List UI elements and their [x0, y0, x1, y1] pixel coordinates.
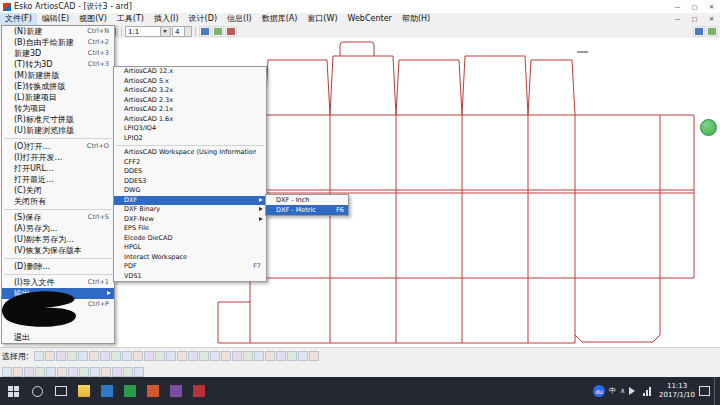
file-menu-item[interactable]: 打开最近... [2, 174, 114, 185]
hidden-icons-chevron[interactable]: ∧ [620, 387, 625, 395]
tool-palette-icon[interactable] [46, 367, 56, 377]
tool-palette-icon[interactable] [89, 351, 99, 361]
dxf-menu-item[interactable]: DXF - Inch [266, 195, 348, 205]
tool-palette-icon[interactable] [221, 351, 231, 361]
menubar-item[interactable]: 信息(I) [222, 13, 257, 25]
file-menu-item[interactable]: 新建3D Ctrl+3 [2, 48, 114, 59]
tool-palette-icon[interactable] [67, 351, 77, 361]
menubar-item[interactable]: 设计(D) [184, 13, 222, 25]
export-menu-item[interactable]: DDES [114, 167, 266, 177]
file-menu-item[interactable]: (L)新建项目 [2, 92, 114, 103]
file-menu-item[interactable]: (I)打开开发... [2, 152, 114, 163]
step-spinner[interactable]: 4 [172, 26, 192, 37]
tool-palette-icon[interactable] [155, 351, 165, 361]
tool-palette-icon[interactable] [265, 351, 275, 361]
task-view-icon[interactable] [49, 377, 72, 405]
tool-palette-icon[interactable] [111, 351, 121, 361]
tool-palette-icon[interactable] [101, 367, 111, 377]
file-menu-item[interactable]: (U)副本另存为... [2, 234, 114, 245]
menubar-item[interactable]: 编辑(E) [37, 13, 74, 25]
maximize-button[interactable]: □ [686, 0, 703, 13]
show-desktop-button[interactable] [714, 377, 719, 405]
export-menu-item[interactable]: DDES3 [114, 177, 266, 187]
menubar-item[interactable]: 文件(F) [0, 13, 37, 25]
export-menu-item[interactable]: Elcede DieCAD [114, 234, 266, 244]
export-menu-item[interactable]: ArtiosCAD 2.1x [114, 105, 266, 115]
layers-icon[interactable] [693, 26, 705, 37]
file-menu-item[interactable]: 打开URL... [2, 163, 114, 174]
export-menu-item[interactable]: DXF [114, 196, 266, 206]
export-menu-item[interactable]: ArtiosCAD 1.6x [114, 115, 266, 125]
properties-icon[interactable] [706, 26, 718, 37]
file-menu-item[interactable]: (D)删除... [2, 261, 114, 272]
tool-palette-icon[interactable] [309, 351, 319, 361]
export-menu-item[interactable]: DXF Binary [114, 205, 266, 215]
spinner-arrows-icon[interactable] [184, 27, 191, 36]
tool-palette-icon[interactable] [133, 351, 143, 361]
menubar-item[interactable]: 窗口(W) [302, 13, 342, 25]
taskbar-clock[interactable]: 11:13 2017/1/10 [659, 382, 695, 400]
language-indicator[interactable]: 中 [609, 386, 616, 396]
export-menu-item[interactable]: DWG [114, 186, 266, 196]
search-icon[interactable] [26, 377, 49, 405]
file-menu-item[interactable]: (C)关闭 [2, 185, 114, 196]
tool-palette-icon[interactable] [134, 367, 144, 377]
floating-assistant-widget[interactable] [700, 119, 717, 136]
tool-palette-icon[interactable] [13, 367, 23, 377]
menubar-item[interactable]: WebCenter [343, 13, 397, 25]
tool-palette-icon[interactable] [298, 351, 308, 361]
tool-palette-icon[interactable] [79, 367, 89, 377]
tool-palette-icon[interactable] [232, 351, 242, 361]
zoom-in-icon[interactable] [199, 26, 211, 37]
tool-palette-icon[interactable] [100, 351, 110, 361]
baidu-tray-icon[interactable]: du [593, 385, 605, 397]
tool-palette-icon[interactable] [2, 367, 12, 377]
export-menu-item[interactable]: ArtiosCAD 12.x [114, 67, 266, 77]
app-3-icon[interactable] [141, 377, 164, 405]
tool-palette-icon[interactable] [122, 351, 132, 361]
volume-icon[interactable] [629, 387, 639, 395]
file-menu-item[interactable]: (R)标准尺寸拼版 [2, 114, 114, 125]
close-button[interactable]: ✕ [703, 0, 720, 13]
export-menu-item[interactable]: ArtiosCAD 3.2x [114, 86, 266, 96]
file-menu-item[interactable]: (M)新建拼版 [2, 70, 114, 81]
tool-palette-icon[interactable] [56, 351, 66, 361]
file-menu-item[interactable]: (S)保存 Ctrl+S [2, 212, 114, 223]
menubar-item[interactable]: 插入(I) [149, 13, 184, 25]
file-menu-item[interactable]: (E)转换成拼版 [2, 81, 114, 92]
pan-icon[interactable] [225, 26, 237, 37]
menubar-item[interactable]: 视图(V) [74, 13, 112, 25]
tool-palette-icon[interactable] [45, 351, 55, 361]
file-menu-item[interactable]: (U)新建浏览排版 [2, 125, 114, 136]
tool-palette-icon[interactable] [78, 351, 88, 361]
export-menu-item[interactable]: PDF F7 [114, 262, 266, 272]
minimize-button[interactable]: — [669, 0, 686, 13]
tool-palette-icon[interactable] [254, 351, 264, 361]
export-menu-item[interactable]: ArtiosCAD 5.x [114, 77, 266, 87]
doc-restore-button[interactable]: □ [686, 13, 703, 25]
file-menu-item[interactable]: (V)恢复为保存版本 [2, 245, 114, 256]
start-button[interactable] [0, 377, 26, 405]
file-menu-item[interactable]: (A)另存为... [2, 223, 114, 234]
tool-palette-icon[interactable] [90, 367, 100, 377]
doc-close-button[interactable]: ✕ [703, 13, 720, 25]
menubar-item[interactable]: 数据库(A) [257, 13, 303, 25]
tool-palette-icon[interactable] [210, 351, 220, 361]
tool-palette-icon[interactable] [177, 351, 187, 361]
export-menu-item[interactable]: LPIQ2 [114, 134, 266, 144]
app-5-icon[interactable] [187, 377, 210, 405]
export-menu-item[interactable]: LPIQ3/IQ4 [114, 124, 266, 134]
tool-palette-icon[interactable] [123, 367, 133, 377]
tool-palette-icon[interactable] [24, 367, 34, 377]
tool-palette-icon[interactable] [287, 351, 297, 361]
file-menu-item[interactable]: (O)打开... Ctrl+O [2, 141, 114, 152]
export-menu-item[interactable]: ArtiosCAD Workspace (Using Information F… [114, 148, 266, 158]
zoom-out-icon[interactable] [212, 26, 224, 37]
export-menu-item[interactable]: ArtiosCAD 2.3x [114, 96, 266, 106]
doc-minimize-button[interactable]: — [669, 13, 686, 25]
chevron-down-icon[interactable] [160, 27, 170, 36]
scale-combobox[interactable]: 1:1 [125, 26, 171, 37]
file-menu-item[interactable]: (T)转为3D Ctrl+3 [2, 59, 114, 70]
file-menu-item[interactable]: (B)自由手绘新建 Ctrl+2 [2, 37, 114, 48]
tool-palette-icon[interactable] [68, 367, 78, 377]
